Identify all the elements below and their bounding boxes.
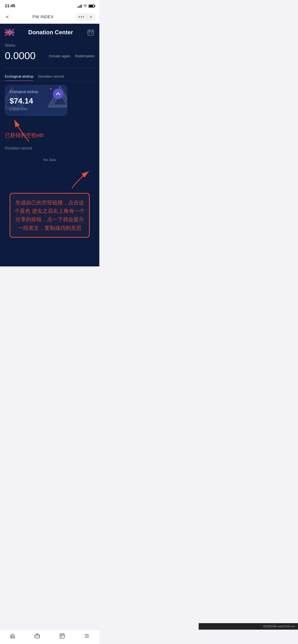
status-time: 11:45 [5, 4, 15, 8]
status-bar: 11:45 [0, 0, 99, 10]
nav-divider [87, 15, 87, 19]
signal-icon [77, 4, 82, 8]
svg-line-10 [57, 93, 58, 94]
calendar-icon[interactable] [87, 28, 95, 36]
battery-icon [89, 4, 95, 8]
page-header: Donation Center [0, 24, 99, 38]
donation-record-section: Donation record No data [0, 141, 99, 171]
nav-bar: < PW INDEX ••• × [0, 10, 99, 24]
nav-actions: ••• × [75, 13, 95, 21]
tabs-row: Ecological airdrop Donation record [0, 72, 99, 81]
svg-rect-15 [60, 634, 64, 638]
card-eth: 0.3000 ETH [10, 107, 62, 111]
page-title: Donation Center [28, 29, 73, 36]
svg-rect-2 [91, 32, 92, 34]
tab-ecological[interactable]: Ecological airdrop [5, 72, 38, 81]
svg-rect-14 [35, 635, 40, 638]
donation-record-label: Donation record [5, 146, 95, 150]
tab-bar-home[interactable] [0, 633, 25, 640]
svg-line-11 [58, 93, 60, 94]
tab-bar-menu[interactable] [75, 633, 100, 640]
wallet-section: Wallet 0.0000 Donate again Redemption [0, 38, 99, 64]
wallet-balance: 0.0000 [5, 50, 36, 62]
main-content: Donation Center Wallet 0.0000 Donate aga… [0, 24, 99, 266]
wifi-icon [83, 4, 87, 8]
more-options-button[interactable]: ••• [79, 14, 85, 20]
hamburger-icon [84, 633, 90, 640]
notification-dot [50, 88, 52, 90]
tab-bar-schedule[interactable] [50, 633, 75, 640]
svg-rect-1 [89, 32, 90, 34]
tab-donation[interactable]: Donation record [38, 72, 69, 81]
tab-bar [0, 630, 99, 644]
nav-title: PW INDEX [32, 14, 54, 20]
back-button[interactable]: < [4, 13, 11, 21]
wallet-balance-row: 0.0000 Donate again Redemption [5, 50, 95, 62]
annotation-box-text: 生成自己的空投链接，点击这个蓝色 进去之后右上角有一个分享的按钮，点一下就会提示… [14, 198, 85, 232]
flag-icon[interactable] [5, 29, 14, 36]
no-data-text: No data [5, 155, 95, 169]
redemption-button[interactable]: Redemption [75, 54, 95, 58]
wallet-divider [5, 68, 95, 68]
wallet-actions: Donate again Redemption [49, 54, 95, 58]
close-button[interactable]: × [89, 14, 92, 20]
tab-bar-briefcase[interactable] [25, 633, 50, 640]
annotation-arrow-svg [5, 171, 95, 190]
wallet-label: Wallet [5, 43, 95, 48]
annotation-area: 已获得的空投eth [0, 120, 99, 139]
svg-rect-16 [61, 636, 62, 637]
airdrop-card: Ecological airdrop $74.14 0.3000 ETH [5, 85, 67, 116]
share-network-button[interactable] [53, 89, 63, 99]
donate-again-button[interactable]: Donate again [49, 54, 70, 58]
status-icons [77, 4, 95, 8]
annotation-box-area: 生成自己的空投链接，点击这个蓝色 进去之后右上角有一个分享的按钮，点一下就会提示… [0, 171, 99, 238]
svg-rect-0 [88, 30, 94, 35]
cards-container: Ecological airdrop $74.14 0.3000 ETH [0, 81, 99, 120]
schedule-icon [59, 633, 65, 640]
home-icon [10, 633, 15, 640]
briefcase-icon [34, 633, 40, 640]
airdrop-label: 已获得的空投eth [5, 132, 95, 139]
annotation-box: 生成自己的空投链接，点击这个蓝色 进去之后右上角有一个分享的按钮，点一下就会提示… [10, 193, 90, 238]
